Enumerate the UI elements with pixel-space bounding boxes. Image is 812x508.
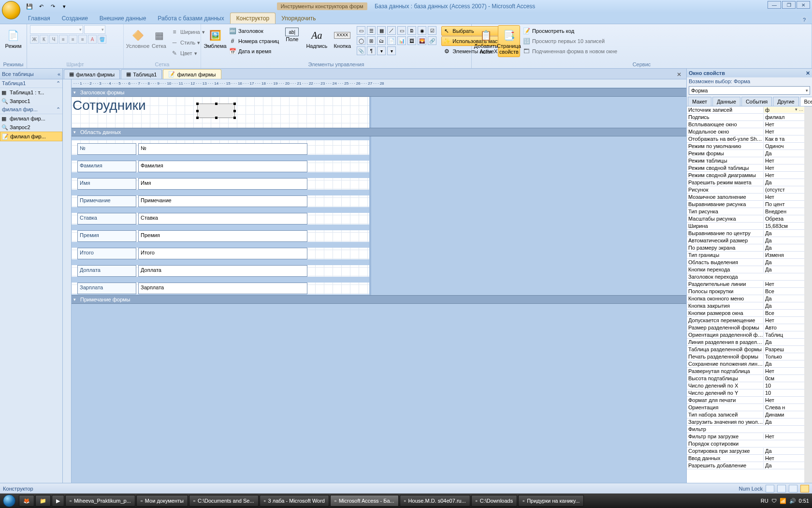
field-label[interactable]: Фамилия <box>77 161 136 172</box>
help-icon[interactable]: ? <box>800 16 808 24</box>
property-row[interactable]: Полосы прокруткиВсе <box>687 288 804 295</box>
ps-tab-other[interactable]: Другие <box>773 97 798 106</box>
close-button[interactable]: ✕ <box>797 1 810 9</box>
property-row[interactable]: Кнопка закрытияДа <box>687 302 804 310</box>
property-value[interactable]: Изменя <box>763 252 804 258</box>
field-textbox[interactable]: Имя <box>138 178 307 190</box>
ql-player[interactable]: ▶ <box>52 495 64 507</box>
listbox-icon[interactable]: ☰ <box>367 26 376 35</box>
combobox-icon[interactable]: ▭ <box>357 26 365 35</box>
taskbar-item[interactable]: ▫Miheeva_Praktikum_p... <box>65 495 135 507</box>
system-tray[interactable]: RU 🛡 📶 🔊 0:51 <box>761 498 812 504</box>
property-row[interactable]: Кнопки переходаДа <box>687 266 804 273</box>
property-row[interactable]: Порядок сортировки <box>687 440 804 448</box>
taskbar-item[interactable]: ▫Мои документы <box>136 495 188 507</box>
ql-explorer[interactable]: 📁 <box>35 495 51 507</box>
button-control[interactable]: XXXXКнопка <box>332 25 353 51</box>
font-color-icon[interactable]: A <box>88 35 97 44</box>
align-left-icon[interactable]: ≡ <box>59 35 68 44</box>
nav-group-branch[interactable]: филиал фир...⌃ <box>0 105 62 114</box>
field-label[interactable]: Имя <box>77 178 136 190</box>
field-label[interactable]: Примечание <box>77 195 136 207</box>
property-value[interactable]: Как в та <box>763 136 804 142</box>
image-icon[interactable]: 🌄 <box>418 36 426 45</box>
tray-lang-icon[interactable]: RU <box>761 498 768 504</box>
attachment-icon[interactable]: 📎 <box>357 46 365 55</box>
hyperlink-icon[interactable]: 🔗 <box>428 36 436 45</box>
property-row[interactable]: ОриентацияСлева н <box>687 404 804 411</box>
gridlines-button[interactable]: ▦ Сетка <box>150 25 168 51</box>
taskbar-item[interactable]: ▫House.M.D. s04e07.ru... <box>400 495 470 507</box>
property-value[interactable]: Да <box>763 179 804 185</box>
taskbar-item[interactable]: ▫3 лаба - Microsoft Word <box>260 495 329 507</box>
tab-design[interactable]: Конструктор <box>230 13 276 24</box>
property-row[interactable]: Разделительные линииНет <box>687 281 804 288</box>
view-button[interactable]: 📄 Режим <box>3 25 24 51</box>
ps-tab-format[interactable]: Макет <box>688 97 711 106</box>
start-button[interactable] <box>0 493 18 508</box>
textbox-control[interactable]: ab|Поле <box>282 25 302 51</box>
property-row[interactable]: Выравнивание по центруДа <box>687 230 804 237</box>
qat-customize-icon[interactable]: ▾ <box>59 1 70 11</box>
section-form-footer[interactable]: Примечание формы <box>72 295 686 304</box>
close-tab-icon[interactable]: ✕ <box>674 70 684 79</box>
top-records-button[interactable]: 🔢Просмотр первых 10 записей <box>521 36 619 46</box>
more1-icon[interactable]: ▾ <box>377 46 386 55</box>
controls-gallery[interactable]: ▭ ☰ ▦ ／ ▭ 🗎 ◉ ☑ ◯ ⊞ 🗂 📄 📊 🖼 🌄 🔗 📎 ¶ ▾ ▾ <box>357 26 437 56</box>
property-row[interactable]: Число делений по X10 <box>687 382 804 389</box>
font-family-combo[interactable] <box>30 25 83 34</box>
property-value[interactable]: 10 <box>763 390 804 396</box>
property-value[interactable]: Динами <box>763 412 804 418</box>
property-value[interactable]: Нет <box>763 368 804 374</box>
property-row[interactable]: Фильтр при загрузкеНет <box>687 433 804 440</box>
property-row[interactable]: Рисунок(отсутст <box>687 186 804 194</box>
property-row[interactable]: Режим таблицыНет <box>687 157 804 164</box>
property-sheet-button[interactable]: 📑 Страница свойств <box>498 25 520 57</box>
conditional-format-button[interactable]: 🔶 Условное <box>127 25 149 51</box>
tab-home[interactable]: Главная <box>22 13 56 24</box>
property-value[interactable]: (отсутст <box>763 187 804 193</box>
property-row[interactable]: Ввод данныхНет <box>687 455 804 462</box>
property-object-combo[interactable]: Форма <box>689 86 810 95</box>
field-textbox[interactable]: Фамилия <box>138 161 307 172</box>
field-label[interactable]: Доплата <box>77 265 136 277</box>
field-label[interactable]: Премия <box>77 230 136 242</box>
property-row[interactable]: Разрешить добавлениеДа <box>687 462 804 469</box>
doctab-branch-table[interactable]: ▦филиал фирмы <box>64 69 120 79</box>
field-label[interactable]: Итого <box>77 248 136 259</box>
field-row[interactable]: ФамилияФамилия <box>77 161 307 172</box>
more2-icon[interactable]: ▾ <box>387 46 396 55</box>
section-form-header[interactable]: Заголовок формы <box>72 88 686 97</box>
property-value[interactable]: Нет <box>763 397 804 403</box>
property-value[interactable]: ф <box>763 107 804 113</box>
nav-item-query1[interactable]: 🔍Запрос1 <box>0 97 62 105</box>
property-value[interactable]: Да <box>763 267 804 272</box>
property-value[interactable]: Да <box>763 339 804 345</box>
date-time-button[interactable]: 📅Дата и время <box>227 46 280 56</box>
field-label[interactable]: Зарплата <box>77 283 136 294</box>
property-value[interactable]: Нет <box>763 158 804 164</box>
field-row[interactable]: №№ <box>77 143 307 155</box>
property-value[interactable]: Только <box>763 354 804 359</box>
property-row[interactable]: Размер разделенной формыАвто <box>687 324 804 331</box>
property-value[interactable]: Да <box>763 448 804 454</box>
property-value[interactable]: Да <box>763 150 804 156</box>
property-row[interactable]: Высота подтаблицы0см <box>687 375 804 382</box>
tray-volume-icon[interactable]: 🔊 <box>789 498 796 504</box>
property-value[interactable]: Да <box>763 419 804 425</box>
nav-item-table1[interactable]: ▦Таблица1 : т... <box>0 88 62 97</box>
property-row[interactable]: Тип набора записейДинами <box>687 411 804 418</box>
logo-button[interactable]: 🖼️ Эмблема <box>204 25 226 51</box>
tab-external-data[interactable]: Внешние данные <box>94 13 152 24</box>
property-row[interactable]: Печать разделенной формыТолько <box>687 353 804 360</box>
ps-tab-data[interactable]: Данные <box>712 97 740 106</box>
property-value[interactable]: Да <box>763 303 804 309</box>
property-value[interactable]: Да <box>763 361 804 367</box>
nav-group-table1[interactable]: Таблица1⌃ <box>0 79 62 88</box>
doctab-branch-form[interactable]: 📝филиал фирмы <box>163 69 221 79</box>
property-row[interactable]: Фильтр <box>687 426 804 433</box>
subform-icon[interactable]: ▦ <box>377 26 386 35</box>
property-row[interactable]: Подписьфилиал <box>687 114 804 121</box>
ql-firefox[interactable]: 🦊 <box>19 495 34 507</box>
ps-tab-event[interactable]: События <box>741 97 772 106</box>
